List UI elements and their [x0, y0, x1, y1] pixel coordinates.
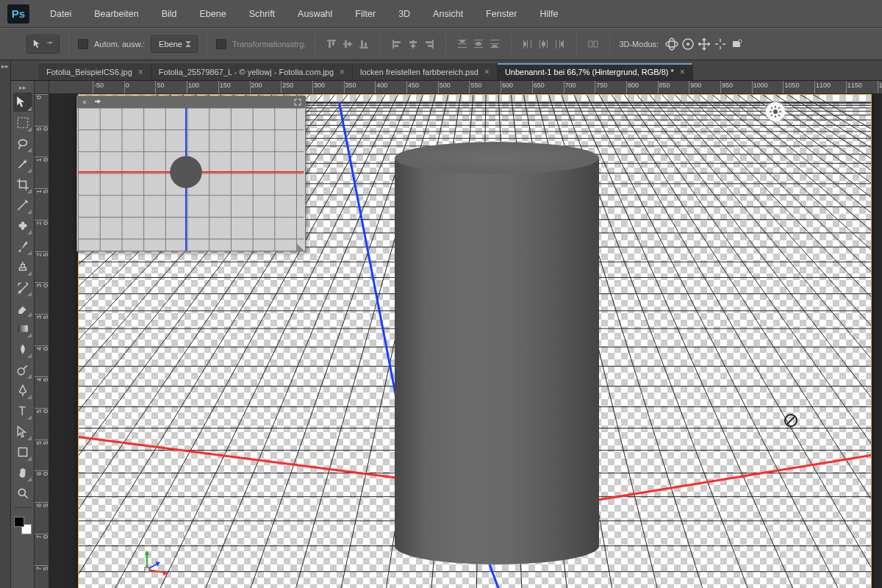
- menu-ansicht[interactable]: Ansicht: [423, 6, 473, 22]
- cylinder-body: [395, 158, 599, 548]
- 3d-cylinder-mesh[interactable]: [395, 142, 599, 564]
- close-icon[interactable]: ×: [484, 67, 490, 77]
- menu-datei[interactable]: Datei: [40, 6, 81, 22]
- tools-panel: ▸▸ T: [11, 81, 35, 588]
- menu-auswahl[interactable]: Auswahl: [288, 6, 342, 22]
- menu-bearbeiten[interactable]: Bearbeiten: [85, 6, 148, 22]
- align-right-icon[interactable]: [422, 37, 437, 51]
- expand-tools-icon[interactable]: ▸▸: [11, 84, 34, 91]
- path-selection-tool[interactable]: [13, 422, 32, 441]
- horizontal-ruler[interactable]: -500501001502002503003504004505005506006…: [49, 81, 882, 94]
- svg-marker-166: [145, 551, 149, 555]
- distribute-vmid-icon[interactable]: [471, 37, 486, 51]
- svg-rect-16: [426, 41, 432, 43]
- align-left-icon[interactable]: [390, 37, 404, 51]
- distribute-hmid-icon[interactable]: [537, 37, 551, 51]
- move-tool[interactable]: [13, 93, 32, 112]
- menu-3d[interactable]: 3D: [389, 6, 420, 22]
- menu-ebene[interactable]: Ebene: [190, 6, 236, 22]
- blur-tool[interactable]: [13, 340, 32, 359]
- 3d-orbit-icon[interactable]: [664, 37, 679, 51]
- 3d-axis-gizmo[interactable]: [140, 548, 169, 577]
- close-icon[interactable]: ×: [340, 67, 345, 77]
- document-tab[interactable]: Fotolia_BeispielCS6.jpg×: [39, 62, 151, 80]
- svg-line-162: [778, 115, 780, 116]
- clone-stamp-tool[interactable]: [13, 257, 32, 276]
- type-tool[interactable]: T: [13, 401, 32, 420]
- vertical-ruler[interactable]: 0501001502002503003504004505005506006507…: [35, 94, 49, 588]
- svg-rect-53: [18, 326, 28, 332]
- lasso-tool[interactable]: [13, 134, 32, 153]
- 3d-slide-icon[interactable]: [713, 37, 728, 51]
- document-tab[interactable]: Fotolia_25579867_L - © yellowj - Fotolia…: [151, 62, 353, 80]
- brush-tool[interactable]: [13, 237, 32, 256]
- marquee-tool[interactable]: [13, 113, 32, 132]
- distribute-right-icon[interactable]: [553, 37, 567, 51]
- align-top-icon[interactable]: [324, 37, 339, 51]
- swap-views-icon[interactable]: [93, 98, 102, 107]
- magic-wand-tool[interactable]: [13, 154, 32, 173]
- zoom-tool[interactable]: [13, 484, 32, 503]
- secondary-view-body[interactable]: [77, 108, 305, 251]
- separator: [315, 34, 315, 54]
- align-bottom-icon[interactable]: [356, 37, 371, 51]
- 3d-pan-icon[interactable]: [697, 37, 711, 51]
- dodge-tool[interactable]: [13, 360, 32, 379]
- distribute-left-icon[interactable]: [520, 37, 535, 51]
- healing-brush-tool[interactable]: [13, 216, 32, 235]
- expand-left-icon[interactable]: ▸▸: [0, 60, 10, 70]
- shape-tool[interactable]: [13, 442, 32, 462]
- svg-point-156: [773, 110, 778, 114]
- 3d-scale-icon[interactable]: [729, 37, 744, 51]
- distribute-top-icon[interactable]: [455, 37, 470, 51]
- svg-rect-17: [428, 45, 432, 47]
- close-icon[interactable]: ×: [680, 67, 685, 77]
- secondary-3d-view[interactable]: ×: [76, 96, 306, 251]
- align-vmid-icon[interactable]: [340, 37, 355, 51]
- crop-tool[interactable]: [13, 175, 32, 194]
- svg-rect-34: [539, 40, 540, 49]
- svg-rect-19: [458, 43, 467, 44]
- menu-filter[interactable]: Filter: [345, 6, 385, 22]
- svg-point-54: [18, 368, 24, 375]
- eyedropper-tool[interactable]: [13, 196, 32, 215]
- eraser-tool[interactable]: [13, 298, 32, 318]
- gradient-tool[interactable]: [13, 319, 32, 338]
- svg-line-164: [771, 115, 772, 116]
- auto-select-dropdown[interactable]: Ebene: [151, 35, 198, 53]
- hand-tool[interactable]: [13, 463, 32, 482]
- tab-label: locken freistellen farbbereich.psd: [360, 68, 478, 76]
- menu-fenster[interactable]: Fenster: [476, 6, 526, 22]
- auto-select-checkbox[interactable]: [78, 39, 88, 49]
- svg-rect-56: [18, 448, 26, 456]
- 3d-roll-icon[interactable]: [681, 37, 695, 51]
- close-icon[interactable]: ×: [138, 67, 143, 77]
- menu-schrift[interactable]: Schrift: [240, 6, 284, 22]
- distribute-bottom-icon[interactable]: [487, 37, 502, 51]
- history-brush-tool[interactable]: [13, 278, 32, 297]
- cylinder-top: [395, 142, 599, 174]
- move-tool-indicator[interactable]: [26, 35, 60, 54]
- transform-controls-checkbox[interactable]: [216, 39, 226, 49]
- canvas-area[interactable]: ×: [49, 94, 882, 588]
- document-tab[interactable]: locken freistellen farbbereich.psd×: [353, 62, 498, 80]
- svg-line-167: [147, 570, 165, 573]
- document-tab-active[interactable]: Unbenannt-1 bei 66,7% (Hintergrund, RGB/…: [498, 62, 693, 80]
- svg-line-161: [771, 107, 772, 109]
- menu-bild[interactable]: Bild: [152, 6, 187, 22]
- svg-line-163: [778, 107, 780, 109]
- svg-rect-15: [432, 40, 434, 49]
- 3d-light-widget[interactable]: [766, 102, 785, 121]
- pen-tool[interactable]: [13, 381, 32, 400]
- ruler-origin[interactable]: [35, 81, 49, 94]
- maximize-icon[interactable]: [293, 98, 302, 107]
- align-hmid-icon[interactable]: [406, 37, 420, 51]
- auto-align-icon[interactable]: [586, 37, 600, 51]
- tab-label: Fotolia_25579867_L - © yellowj - Fotolia…: [159, 68, 334, 76]
- menu-hilfe[interactable]: Hilfe: [531, 6, 568, 22]
- svg-point-45: [669, 38, 675, 50]
- close-icon[interactable]: ×: [80, 98, 89, 107]
- secondary-view-titlebar[interactable]: ×: [77, 96, 305, 108]
- foreground-background-colors[interactable]: [14, 517, 32, 534]
- separator: [511, 34, 512, 54]
